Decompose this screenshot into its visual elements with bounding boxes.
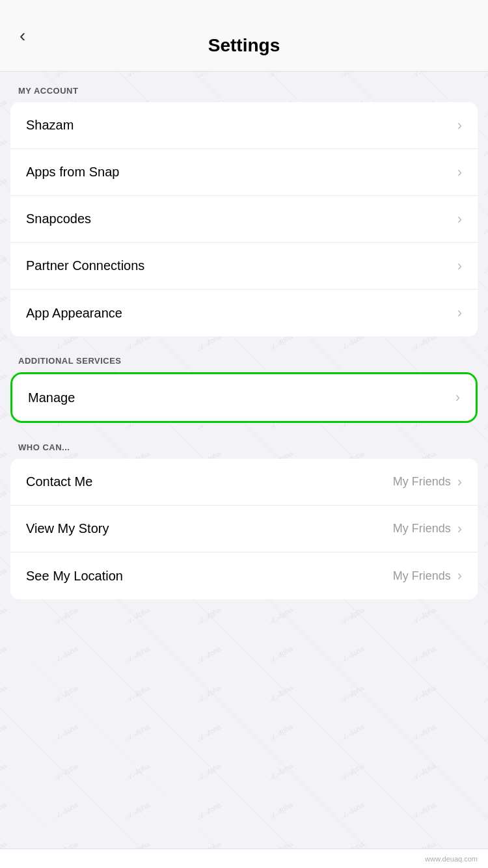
settings-group-who-can: Contact MeMy Friends›View My StoryMy Fri… bbox=[10, 459, 478, 599]
settings-group-my-account: Shazam›Apps from Snap›Snapcodes›Partner … bbox=[10, 102, 478, 336]
settings-label-see-my-location: See My Location bbox=[26, 569, 123, 584]
chevron-icon-apps-from-snap: › bbox=[457, 164, 462, 181]
settings-label-view-my-story: View My Story bbox=[26, 521, 109, 536]
settings-item-see-my-location[interactable]: See My LocationMy Friends› bbox=[10, 552, 478, 599]
page-title: Settings bbox=[208, 35, 280, 56]
chevron-icon-app-appearance: › bbox=[457, 305, 462, 321]
header: ‹ Settings bbox=[0, 0, 488, 72]
settings-value-view-my-story: My Friends bbox=[393, 522, 451, 536]
settings-label-partner-connections: Partner Connections bbox=[26, 258, 144, 273]
settings-label-shazam: Shazam bbox=[26, 118, 74, 133]
settings-label-app-appearance: App Appearance bbox=[26, 306, 122, 321]
settings-group-additional-services: Manage› bbox=[10, 372, 478, 423]
chevron-icon-view-my-story: › bbox=[457, 521, 462, 537]
page-content: ‹ Settings MY ACCOUNTShazam›Apps from Sn… bbox=[0, 0, 488, 599]
settings-item-app-appearance[interactable]: App Appearance› bbox=[10, 290, 478, 336]
chevron-icon-shazam: › bbox=[457, 117, 462, 134]
chevron-icon-partner-connections: › bbox=[457, 258, 462, 275]
settings-value-see-my-location: My Friends bbox=[393, 569, 451, 583]
section-header-my-account: MY ACCOUNT bbox=[0, 72, 488, 102]
settings-item-partner-connections[interactable]: Partner Connections› bbox=[10, 243, 478, 290]
bottom-bar: www.deuaq.com bbox=[0, 848, 488, 868]
bottom-bar-url: www.deuaq.com bbox=[425, 855, 478, 863]
back-button[interactable]: ‹ bbox=[13, 19, 32, 53]
settings-label-contact-me: Contact Me bbox=[26, 474, 92, 489]
chevron-icon-snapcodes: › bbox=[457, 211, 462, 228]
settings-label-apps-from-snap: Apps from Snap bbox=[26, 165, 119, 180]
settings-item-snapcodes[interactable]: Snapcodes› bbox=[10, 196, 478, 243]
settings-label-manage: Manage bbox=[28, 390, 75, 405]
settings-value-contact-me: My Friends bbox=[393, 475, 451, 489]
section-header-who-can: WHO CAN... bbox=[0, 428, 488, 459]
settings-label-snapcodes: Snapcodes bbox=[26, 211, 91, 226]
settings-item-contact-me[interactable]: Contact MeMy Friends› bbox=[10, 459, 478, 506]
settings-item-shazam[interactable]: Shazam› bbox=[10, 102, 478, 149]
section-header-additional-services: ADDITIONAL SERVICES bbox=[0, 342, 488, 372]
settings-item-manage[interactable]: Manage› bbox=[12, 374, 476, 421]
chevron-icon-manage: › bbox=[455, 389, 460, 406]
chevron-icon-contact-me: › bbox=[457, 474, 462, 491]
settings-item-apps-from-snap[interactable]: Apps from Snap› bbox=[10, 149, 478, 196]
chevron-icon-see-my-location: › bbox=[457, 567, 462, 584]
settings-item-view-my-story[interactable]: View My StoryMy Friends› bbox=[10, 506, 478, 552]
